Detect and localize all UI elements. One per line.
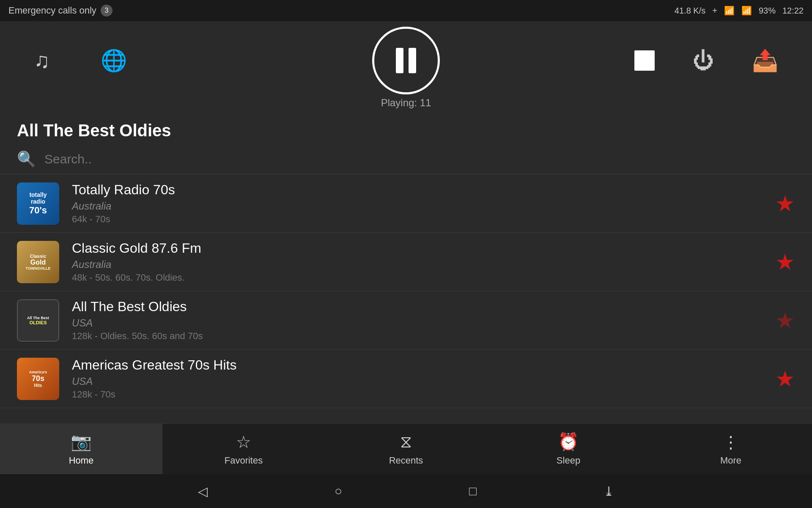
- more-icon: ⋮: [722, 432, 739, 452]
- nav-label-favorites: Favorites: [225, 455, 263, 466]
- player-bar: ♫ 🌐 ⏻ 📤 Playing: 11: [0, 21, 812, 114]
- bluetooth-icon: +: [712, 6, 717, 16]
- favorite-button[interactable]: ★: [775, 249, 795, 275]
- station-info: Totally Radio 70s Australia 64k - 70s: [72, 182, 763, 225]
- download-button[interactable]: ⤓: [604, 484, 614, 499]
- station-country: Australia: [72, 259, 763, 271]
- music-note-icon[interactable]: ♫: [34, 48, 50, 73]
- home-icon: 📷: [71, 432, 92, 452]
- search-bar: 🔍: [0, 144, 812, 174]
- home-button[interactable]: ○: [335, 484, 342, 498]
- station-name: All The Best Oldies: [72, 299, 763, 315]
- time-text: 12:22: [782, 6, 804, 16]
- system-nav-bar: ◁ ○ □ ⤓: [0, 474, 812, 508]
- station-thumb: totally radio 70's: [17, 182, 59, 225]
- ctrl-left: ♫ 🌐: [34, 48, 127, 73]
- station-country: Australia: [72, 200, 763, 212]
- station-item[interactable]: All The Best OLDIES All The Best Oldies …: [0, 291, 812, 350]
- favorites-icon: ☆: [236, 432, 251, 452]
- station-meta: 128k - 70s: [72, 389, 763, 400]
- recents-button[interactable]: □: [469, 484, 477, 498]
- nav-item-recents[interactable]: ⧖ Recents: [325, 424, 487, 474]
- nav-item-sleep[interactable]: ⏰ Sleep: [487, 424, 650, 474]
- station-name: Americas Greatest 70s Hits: [72, 357, 763, 373]
- wifi-icon: 📶: [741, 6, 752, 16]
- nav-label-more: More: [720, 455, 741, 466]
- search-input[interactable]: [44, 152, 795, 166]
- emergency-badge: 3: [101, 5, 112, 17]
- nav-label-recents: Recents: [389, 455, 423, 466]
- favorite-button[interactable]: ★: [775, 191, 795, 216]
- pause-bar-right: [409, 48, 416, 73]
- pause-bar-left: [396, 48, 403, 73]
- pause-button[interactable]: [372, 27, 440, 94]
- station-meta: 48k - 50s. 60s. 70s. Oldies.: [72, 272, 763, 283]
- page-title: All The Best Oldies: [0, 114, 812, 144]
- station-item[interactable]: Classic Gold TOWNSVILLE Classic Gold 87.…: [0, 233, 812, 291]
- station-item[interactable]: totally radio 70's Totally Radio 70s Aus…: [0, 174, 812, 233]
- speed-text: 41.8 K/s: [675, 6, 705, 16]
- pause-icon: [396, 48, 416, 73]
- station-meta: 128k - Oldies. 50s. 60s and 70s: [72, 331, 763, 342]
- battery-text: 93%: [759, 6, 776, 16]
- station-info: Americas Greatest 70s Hits USA 128k - 70…: [72, 357, 763, 400]
- station-thumb: All The Best OLDIES: [17, 299, 59, 342]
- nav-label-sleep: Sleep: [557, 455, 580, 466]
- signal-icon: 📶: [724, 6, 735, 16]
- globe-icon[interactable]: 🌐: [101, 48, 127, 73]
- sleep-icon: ⏰: [558, 432, 579, 452]
- nav-item-home[interactable]: 📷 Home: [0, 424, 162, 474]
- station-meta: 64k - 70s: [72, 214, 763, 225]
- search-icon: 🔍: [17, 150, 36, 168]
- stop-button[interactable]: [634, 50, 655, 71]
- status-left: Emergency calls only 3: [8, 5, 112, 17]
- status-right: 41.8 K/s + 📶 📶 93% 12:22: [675, 6, 804, 16]
- ctrl-right: ⏻ 📤: [634, 48, 778, 73]
- station-item[interactable]: America's 70s Hits Americas Greatest 70s…: [0, 350, 812, 408]
- recents-icon: ⧖: [400, 432, 412, 452]
- station-thumb: America's 70s Hits: [17, 358, 59, 400]
- emergency-text: Emergency calls only: [8, 5, 96, 16]
- player-controls: ♫ 🌐 ⏻ 📤: [0, 27, 812, 94]
- nav-item-more[interactable]: ⋮ More: [650, 424, 812, 474]
- status-bar: Emergency calls only 3 41.8 K/s + 📶 📶 93…: [0, 0, 812, 21]
- nav-item-favorites[interactable]: ☆ Favorites: [162, 424, 325, 474]
- nav-label-home: Home: [69, 455, 94, 466]
- favorite-button[interactable]: ★: [775, 308, 795, 333]
- station-info: All The Best Oldies USA 128k - Oldies. 5…: [72, 299, 763, 342]
- station-thumb: Classic Gold TOWNSVILLE: [17, 241, 59, 283]
- favorite-button[interactable]: ★: [775, 366, 795, 392]
- station-info: Classic Gold 87.6 Fm Australia 48k - 50s…: [72, 240, 763, 283]
- station-country: USA: [72, 375, 763, 387]
- bottom-nav: 📷 Home ☆ Favorites ⧖ Recents ⏰ Sleep ⋮ M…: [0, 423, 812, 474]
- station-name: Classic Gold 87.6 Fm: [72, 240, 763, 256]
- station-country: USA: [72, 317, 763, 329]
- back-button[interactable]: ◁: [198, 484, 208, 499]
- now-playing-text: Playing: 11: [381, 97, 431, 109]
- power-button[interactable]: ⏻: [693, 48, 714, 73]
- share-button[interactable]: 📤: [752, 48, 778, 73]
- station-name: Totally Radio 70s: [72, 182, 763, 198]
